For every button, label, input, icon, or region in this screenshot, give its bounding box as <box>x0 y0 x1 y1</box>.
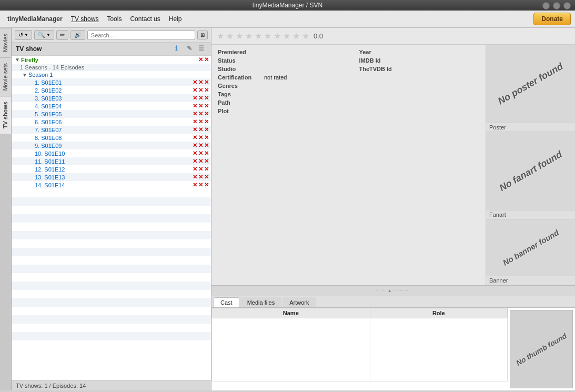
sidebar-item-tv-shows[interactable]: TV shows <box>0 96 11 134</box>
ep-x1[interactable]: ✕ <box>193 166 197 173</box>
grid-toggle-button[interactable]: ⊞ <box>197 31 208 39</box>
ep-x2[interactable]: ✕ <box>198 134 203 141</box>
show-delete1-icon[interactable]: ✕ <box>198 56 203 63</box>
ep-x2[interactable]: ✕ <box>198 158 203 165</box>
star6-icon[interactable]: ★ <box>264 31 271 41</box>
ep-x3[interactable]: ✕ <box>204 79 209 86</box>
ep-x2[interactable]: ✕ <box>198 79 203 86</box>
menu-bar: tinyMediaManager TV shows Tools Contact … <box>0 11 575 28</box>
ep-x1[interactable]: ✕ <box>193 158 197 165</box>
star10-icon[interactable]: ★ <box>302 31 309 41</box>
ep-x1[interactable]: ✕ <box>193 150 197 157</box>
list-item[interactable]: 4. S01E04✕✕✕ <box>12 102 211 110</box>
ep-x1[interactable]: ✕ <box>193 79 197 86</box>
tree-season-row[interactable]: ▼ Season 1 <box>12 71 211 78</box>
show-collapse-icon[interactable]: ▼ <box>15 57 20 63</box>
star9-icon[interactable]: ★ <box>292 31 300 41</box>
ep-x1[interactable]: ✕ <box>193 126 197 133</box>
refresh-button[interactable]: ↺ ▼ <box>15 30 32 40</box>
minimize-btn[interactable] <box>553 2 560 9</box>
star7-icon[interactable]: ★ <box>274 31 281 41</box>
ep-x3[interactable]: ✕ <box>204 150 209 157</box>
show-delete2-icon[interactable]: ✕ <box>204 56 209 63</box>
list-item[interactable]: 11. S01E11✕✕✕ <box>12 157 211 165</box>
ep-x3[interactable]: ✕ <box>204 142 209 149</box>
edit-button[interactable]: ✏ <box>56 30 68 40</box>
ep-x2[interactable]: ✕ <box>198 174 203 180</box>
tree-seasons-row[interactable]: 1 Seasons - 14 Episodes <box>12 64 211 71</box>
menu-tv-shows[interactable]: TV shows <box>68 14 102 24</box>
ep-x3[interactable]: ✕ <box>204 110 209 117</box>
star8-icon[interactable]: ★ <box>283 31 290 41</box>
ep-x2[interactable]: ✕ <box>198 95 203 102</box>
ep-x1[interactable]: ✕ <box>193 142 197 149</box>
speaker-button[interactable]: 🔊 <box>70 30 85 40</box>
ep-x1[interactable]: ✕ <box>193 87 197 94</box>
menu-tools[interactable]: Tools <box>104 14 125 24</box>
ep-x3[interactable]: ✕ <box>204 118 209 125</box>
ep-x3[interactable]: ✕ <box>204 95 209 102</box>
ep-x3[interactable]: ✕ <box>204 126 209 133</box>
list-item[interactable]: 10. S01E10✕✕✕ <box>12 149 211 157</box>
ep-x2[interactable]: ✕ <box>198 87 203 94</box>
star3-icon[interactable]: ★ <box>236 31 243 41</box>
ep-x2[interactable]: ✕ <box>198 142 203 149</box>
ep-x3[interactable]: ✕ <box>204 87 209 94</box>
search-input[interactable] <box>87 31 195 40</box>
tab-cast[interactable]: Cast <box>214 297 239 307</box>
ep-x1[interactable]: ✕ <box>193 134 197 141</box>
list-item[interactable]: 6. S01E06✕✕✕ <box>12 118 211 126</box>
sidebar-item-movie-sets[interactable]: Movie sets <box>0 57 11 96</box>
ep-x1[interactable]: ✕ <box>193 182 197 188</box>
list-item[interactable]: 12. S01E12✕✕✕ <box>12 165 211 173</box>
ep-x3[interactable]: ✕ <box>204 158 209 165</box>
info-premiered: Premiered <box>218 49 338 57</box>
menu-tree-icon[interactable]: ☰ <box>198 45 207 53</box>
list-item[interactable]: 2. S01E02✕✕✕ <box>12 86 211 94</box>
ep-x3[interactable]: ✕ <box>204 174 209 180</box>
list-item[interactable]: 9. S01E09✕✕✕ <box>12 142 211 149</box>
menu-help[interactable]: Help <box>166 14 185 24</box>
list-item[interactable]: 13. S01E13✕✕✕ <box>12 173 211 181</box>
sidebar-item-movies[interactable]: Movies <box>0 28 11 57</box>
star4-icon[interactable]: ★ <box>245 31 253 41</box>
star5-icon[interactable]: ★ <box>255 31 262 41</box>
ep-x1[interactable]: ✕ <box>193 174 197 180</box>
list-item[interactable]: 1. S01E01✕✕✕ <box>12 78 211 86</box>
title-bar: tinyMediaManager / SVN <box>0 0 575 11</box>
list-item[interactable]: 5. S01E05✕✕✕ <box>12 110 211 118</box>
ep-x3[interactable]: ✕ <box>204 182 209 188</box>
ep-x2[interactable]: ✕ <box>198 166 203 173</box>
ep-x2[interactable]: ✕ <box>198 150 203 157</box>
list-item[interactable]: 8. S01E08✕✕✕ <box>12 134 211 142</box>
list-item[interactable]: 14. S01E14✕✕✕ <box>12 181 211 189</box>
maximize-btn[interactable] <box>563 2 571 9</box>
ep-x2[interactable]: ✕ <box>198 182 203 188</box>
list-item[interactable]: 3. S01E03✕✕✕ <box>12 94 211 102</box>
menu-contact[interactable]: Contact us <box>127 14 163 24</box>
season-collapse-icon[interactable]: ▼ <box>22 72 27 78</box>
ep-x1[interactable]: ✕ <box>193 103 197 109</box>
ep-x1[interactable]: ✕ <box>193 110 197 117</box>
ep-x3[interactable]: ✕ <box>204 134 209 141</box>
ep-x2[interactable]: ✕ <box>198 126 203 133</box>
star1-icon[interactable]: ★ <box>217 31 224 41</box>
ep-x1[interactable]: ✕ <box>193 118 197 125</box>
tree-show-row[interactable]: ▼ Firefly ✕ ✕ <box>12 56 211 64</box>
ep-x2[interactable]: ✕ <box>198 110 203 117</box>
close-btn[interactable] <box>542 2 550 9</box>
donate-button[interactable]: Donate <box>533 13 571 25</box>
list-item[interactable]: 7. S01E07✕✕✕ <box>12 126 211 134</box>
ep-x3[interactable]: ✕ <box>204 103 209 109</box>
tab-media-files[interactable]: Media files <box>240 297 282 307</box>
ep-x2[interactable]: ✕ <box>198 118 203 125</box>
ep-x1[interactable]: ✕ <box>193 95 197 102</box>
cast-col-role: Role <box>370 308 507 318</box>
ep-x2[interactable]: ✕ <box>198 103 203 109</box>
ep-x3[interactable]: ✕ <box>204 166 209 173</box>
star2-icon[interactable]: ★ <box>226 31 234 41</box>
edit-tree-icon[interactable]: ✎ <box>187 45 195 53</box>
tab-artwork[interactable]: Artwork <box>283 297 316 307</box>
search-button[interactable]: 🔍 ▼ <box>34 30 54 40</box>
info-icon[interactable]: ℹ <box>175 45 184 53</box>
